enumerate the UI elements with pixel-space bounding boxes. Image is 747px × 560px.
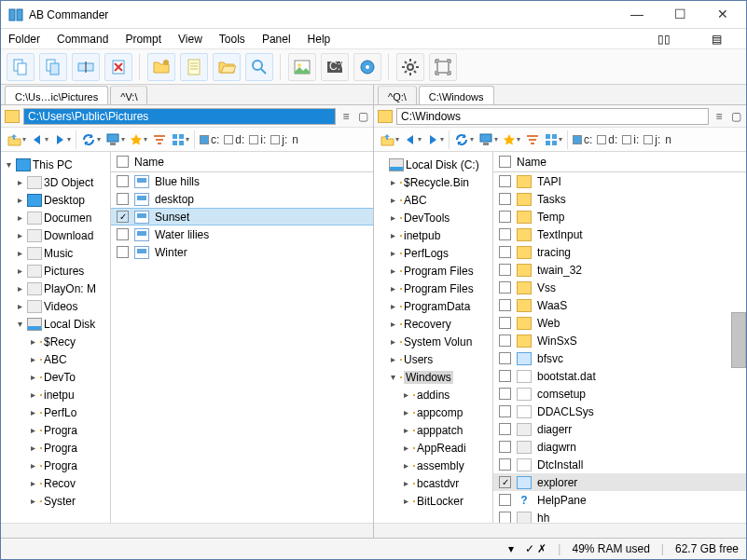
settings-button[interactable]	[396, 53, 424, 81]
drive-n[interactable]: n	[663, 133, 673, 146]
tree-item[interactable]: ▸Music	[1, 244, 110, 262]
tree-item[interactable]: ▸$Recy	[1, 333, 110, 350]
tree-item[interactable]: ▸Progra	[1, 421, 110, 439]
item-checkbox[interactable]	[499, 228, 511, 240]
openfolder-button[interactable]	[213, 53, 241, 81]
tree-item[interactable]: ▸Progra	[1, 439, 110, 457]
right-tree[interactable]: Local Disk (C:)▸$Recycle.Bin▸ABC▸DevTool…	[374, 152, 493, 523]
search-button[interactable]	[245, 53, 273, 81]
drive-d[interactable]: d:	[595, 133, 619, 146]
drive-i[interactable]: i:	[620, 133, 641, 146]
right-list-header[interactable]: Name	[493, 152, 746, 172]
pc-button[interactable]: ▾	[104, 130, 127, 150]
item-checkbox[interactable]	[499, 512, 511, 523]
tree-item[interactable]: Local Disk (C:)	[374, 156, 492, 173]
tree-item[interactable]: ▸System Volun	[374, 333, 492, 350]
left-path-input[interactable]	[23, 108, 336, 125]
list-item[interactable]: desktop	[111, 190, 373, 208]
tree-item[interactable]: ▸Progra	[1, 457, 110, 474]
tree-twisty-icon[interactable]: ▾	[3, 159, 14, 170]
tree-item[interactable]: ▸ABC	[374, 191, 492, 209]
maximize-button[interactable]: ☐	[658, 1, 701, 28]
tree-twisty-icon[interactable]: ▸	[27, 389, 38, 400]
drive-d[interactable]: d:	[222, 133, 246, 146]
tree-twisty-icon[interactable]: ▸	[400, 478, 411, 488]
left-file-rows[interactable]: Blue hillsdesktop✓SunsetWater liliesWint…	[111, 172, 373, 523]
list-item[interactable]: WinSxS	[493, 332, 746, 349]
tree-twisty-icon[interactable]: ▸	[27, 354, 38, 364]
cmd-button[interactable]: C:\	[321, 53, 349, 81]
list-item[interactable]: Water lilies	[111, 225, 373, 243]
forward-button[interactable]: ▾	[424, 130, 446, 150]
tree-twisty-icon[interactable]: ▸	[400, 443, 411, 453]
tree-twisty-icon[interactable]: ▸	[14, 212, 25, 223]
tree-twisty-icon[interactable]: ▸	[27, 496, 38, 506]
rename-button[interactable]	[72, 53, 100, 81]
list-item[interactable]: Vss	[493, 279, 746, 296]
column-name[interactable]: Name	[134, 156, 164, 169]
list-item[interactable]: Temp	[493, 208, 746, 225]
back-button[interactable]: ▾	[29, 130, 50, 150]
drive-j[interactable]: j:	[642, 133, 662, 146]
tree-item[interactable]: ▸ProgramData	[374, 297, 492, 315]
list-item[interactable]: WaaS	[493, 296, 746, 314]
refresh-button[interactable]: ▾	[79, 130, 103, 150]
tree-twisty-icon[interactable]: ▸	[14, 283, 25, 294]
tree-item[interactable]: ▸bcastdvr	[374, 474, 492, 492]
item-checkbox[interactable]	[499, 264, 511, 276]
tree-item[interactable]: ▸Program Files	[374, 262, 492, 280]
tree-item[interactable]: ▸addins	[374, 386, 492, 403]
tree-item[interactable]: ▸Users	[374, 350, 492, 368]
tree-twisty-icon[interactable]: ▸	[400, 496, 411, 506]
maximize-panel-icon[interactable]: ▢	[729, 110, 742, 123]
layout-icon[interactable]: ≡	[339, 110, 353, 123]
tree-item[interactable]: ▸Recovery	[374, 315, 492, 333]
view-button[interactable]: ▾	[170, 130, 191, 150]
tree-item[interactable]: ▸assembly	[374, 457, 492, 474]
item-checkbox[interactable]	[499, 299, 511, 311]
left-tree[interactable]: ▾This PC▸3D Object▸Desktop▸Documen▸Downl…	[1, 152, 111, 523]
tree-twisty-icon[interactable]: ▸	[14, 230, 25, 240]
notes-button[interactable]	[180, 53, 208, 81]
status-dropdown-icon[interactable]: ▾	[508, 542, 514, 555]
list-item[interactable]: DtcInstall	[493, 456, 746, 473]
tree-twisty-icon[interactable]: ▸	[14, 301, 25, 311]
tree-twisty-icon[interactable]: ▸	[27, 478, 38, 488]
tree-item[interactable]: ▸AppReadi	[374, 439, 492, 457]
tree-item[interactable]: ▸3D Object	[1, 173, 110, 191]
list-item[interactable]: ✓explorer	[493, 473, 746, 491]
pc-button[interactable]: ▾	[477, 130, 500, 150]
tree-twisty-icon[interactable]: ▸	[14, 177, 25, 187]
item-checkbox[interactable]	[117, 175, 129, 187]
list-item[interactable]: TextInput	[493, 225, 746, 243]
tree-item[interactable]: ▸ABC	[1, 350, 110, 368]
list-item[interactable]: bfsvc	[493, 349, 746, 367]
tree-item[interactable]: ▸DevTools	[374, 209, 492, 226]
close-button[interactable]: ✕	[701, 1, 744, 28]
up-button[interactable]: ▾	[5, 130, 28, 150]
right-tab-1[interactable]: C:\Windows	[419, 86, 494, 104]
list-item[interactable]: Winter	[111, 243, 373, 261]
tree-twisty-icon[interactable]: ▸	[27, 407, 38, 417]
tree-item[interactable]: ▸Recov	[1, 474, 110, 492]
panels-1-icon[interactable]: ▯▯	[657, 33, 671, 46]
tree-item[interactable]: ▸PerfLo	[1, 403, 110, 421]
back-button[interactable]: ▾	[402, 130, 423, 150]
filter-button[interactable]	[523, 130, 542, 150]
list-item[interactable]: Blue hills	[111, 172, 373, 190]
tree-twisty-icon[interactable]: ▾	[14, 319, 25, 329]
tree-item[interactable]: ▸inetpub	[374, 226, 492, 244]
item-checkbox[interactable]	[499, 193, 511, 205]
tree-twisty-icon[interactable]: ▸	[400, 460, 411, 471]
item-checkbox[interactable]: ✓	[117, 211, 129, 223]
tree-twisty-icon[interactable]: ▸	[14, 248, 25, 258]
item-checkbox[interactable]	[499, 352, 511, 364]
panels-2-icon[interactable]: ▤	[712, 33, 722, 46]
tree-item[interactable]: ▸Syster	[1, 492, 110, 510]
tree-twisty-icon[interactable]: ▸	[14, 195, 25, 205]
left-tab-1[interactable]: ^V:\	[110, 86, 147, 104]
tree-item[interactable]: ▾This PC	[1, 156, 110, 173]
list-item[interactable]: DDACLSys	[493, 403, 746, 420]
item-checkbox[interactable]	[499, 335, 511, 347]
left-tab-0[interactable]: C:\Us…ic\Pictures	[5, 86, 108, 104]
